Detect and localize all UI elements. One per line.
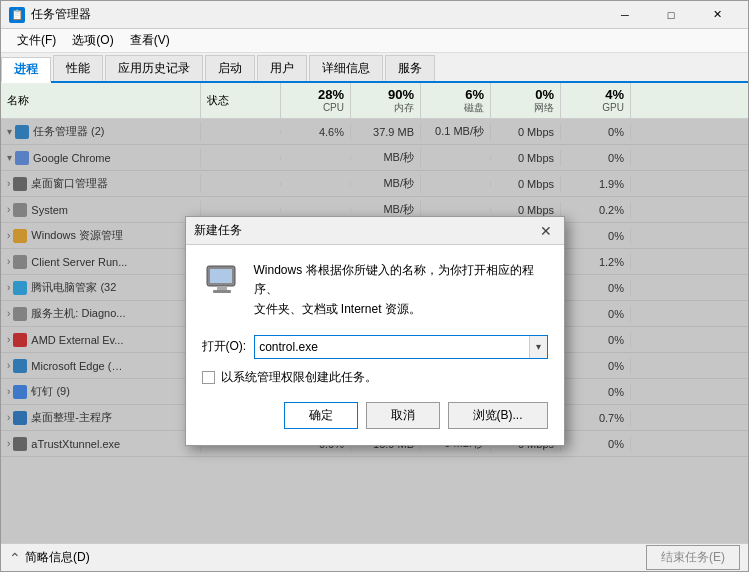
col-state[interactable]: 状态: [201, 83, 281, 118]
tab-processes[interactable]: 进程: [1, 57, 51, 83]
tab-startup[interactable]: 启动: [205, 55, 255, 81]
dialog-overlay: 新建任务 ✕ Windows: [1, 119, 748, 543]
menu-view[interactable]: 查看(V): [122, 30, 178, 51]
minimize-button[interactable]: ─: [602, 1, 648, 29]
window-title: 任务管理器: [31, 6, 602, 23]
tab-performance[interactable]: 性能: [53, 55, 103, 81]
dialog-body: Windows 将根据你所键入的名称，为你打开相应的程序、 文件夹、文档或 In…: [186, 245, 564, 445]
menu-file[interactable]: 文件(F): [9, 30, 64, 51]
tab-users[interactable]: 用户: [257, 55, 307, 81]
dialog-browse-button[interactable]: 浏览(B)...: [448, 402, 548, 429]
title-bar: 📋 任务管理器 ─ □ ✕: [1, 1, 748, 29]
dialog-ok-button[interactable]: 确定: [284, 402, 358, 429]
status-left: ⌃ 简略信息(D): [9, 549, 90, 566]
dialog-command-input[interactable]: [255, 336, 528, 358]
menu-options[interactable]: 选项(O): [64, 30, 121, 51]
dialog-open-label: 打开(O):: [202, 338, 247, 355]
status-summary[interactable]: 简略信息(D): [25, 549, 90, 566]
col-net[interactable]: 0% 网络: [491, 83, 561, 118]
dialog-top-section: Windows 将根据你所键入的名称，为你打开相应的程序、 文件夹、文档或 In…: [202, 261, 548, 319]
end-task-button[interactable]: 结束任务(E): [646, 545, 740, 570]
tab-bar: 进程 性能 应用历史记录 启动 用户 详细信息 服务: [1, 53, 748, 83]
col-cpu[interactable]: 28% CPU: [281, 83, 351, 118]
col-disk[interactable]: 6% 磁盘: [421, 83, 491, 118]
taskmanager-icon: 📋: [9, 7, 25, 23]
dialog-input-wrapper: ▾: [254, 335, 547, 359]
col-name[interactable]: 名称: [1, 83, 201, 118]
svg-rect-1: [210, 269, 232, 283]
dialog-dropdown-button[interactable]: ▾: [529, 336, 547, 358]
taskmanager-window: 📋 任务管理器 ─ □ ✕ 文件(F) 选项(O) 查看(V) 进程 性能 应用…: [0, 0, 749, 572]
dialog-buttons: 确定 取消 浏览(B)...: [202, 402, 548, 429]
window-controls: ─ □ ✕: [602, 1, 740, 29]
svg-rect-3: [213, 290, 231, 293]
dialog-title: 新建任务: [194, 222, 536, 239]
table-area: ▾任务管理器 (2)4.6%37.9 MB0.1 MB/秒0 Mbps0%▾Go…: [1, 119, 748, 543]
dialog-open-row: 打开(O): ▾: [202, 335, 548, 359]
dialog-admin-checkbox[interactable]: [202, 371, 215, 384]
dialog-description: Windows 将根据你所键入的名称，为你打开相应的程序、 文件夹、文档或 In…: [254, 261, 548, 319]
close-button[interactable]: ✕: [694, 1, 740, 29]
column-headers: 名称 状态 28% CPU 90% 内存 6% 磁盘 0% 网络 4% GPU: [1, 83, 748, 119]
svg-rect-2: [217, 286, 227, 290]
maximize-button[interactable]: □: [648, 1, 694, 29]
col-mem[interactable]: 90% 内存: [351, 83, 421, 118]
status-bar: ⌃ 简略信息(D) 结束任务(E): [1, 543, 748, 571]
col-gpu[interactable]: 4% GPU: [561, 83, 631, 118]
dialog-cancel-button[interactable]: 取消: [366, 402, 440, 429]
dialog-checkbox-label: 以系统管理权限创建此任务。: [221, 369, 377, 386]
tab-details[interactable]: 详细信息: [309, 55, 383, 81]
status-arrow-icon: ⌃: [9, 550, 21, 566]
menu-bar: 文件(F) 选项(O) 查看(V): [1, 29, 748, 53]
computer-icon: [202, 261, 242, 301]
tab-services[interactable]: 服务: [385, 55, 435, 81]
dialog-checkbox-row: 以系统管理权限创建此任务。: [202, 369, 548, 386]
tab-app-history[interactable]: 应用历史记录: [105, 55, 203, 81]
dialog-title-bar: 新建任务 ✕: [186, 217, 564, 245]
new-task-dialog: 新建任务 ✕ Windows: [185, 216, 565, 446]
dialog-close-button[interactable]: ✕: [536, 221, 556, 241]
